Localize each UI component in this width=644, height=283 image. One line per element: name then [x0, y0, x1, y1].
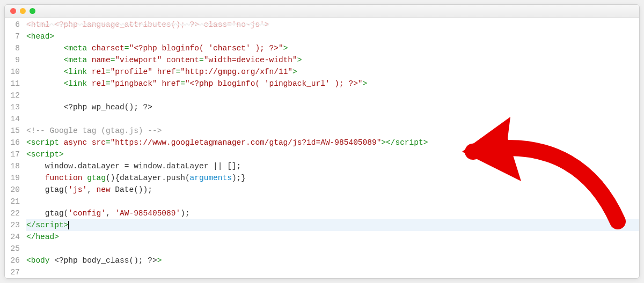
code-line[interactable]	[26, 90, 639, 101]
editor-window: 6789101112131415161718192021222324252627…	[4, 4, 640, 279]
line-number: 14	[5, 113, 20, 125]
line-number: 16	[5, 137, 20, 148]
line-number: 22	[5, 207, 20, 219]
code-line[interactable]	[26, 266, 639, 278]
window-titlebar	[5, 5, 639, 18]
code-area[interactable]: <html <?php language_attributes(); ?> cl…	[23, 18, 639, 278]
code-line[interactable]: <script async src="https://www.googletag…	[26, 137, 639, 148]
code-line[interactable]: <script>	[26, 148, 639, 160]
line-number: 15	[5, 125, 20, 137]
line-number: 19	[5, 172, 20, 184]
code-line[interactable]: gtag('config', 'AW-985405089');	[26, 207, 639, 219]
code-line[interactable]: <html <?php language_attributes(); ?> cl…	[26, 19, 639, 31]
line-number: 6	[5, 19, 20, 31]
line-number: 25	[5, 243, 20, 255]
code-line[interactable]	[26, 196, 639, 207]
line-number: 12	[5, 90, 20, 101]
line-number: 11	[5, 78, 20, 90]
code-line[interactable]: <link rel="profile" href="http://gmpg.or…	[26, 66, 639, 78]
line-number: 10	[5, 66, 20, 78]
line-number: 21	[5, 196, 20, 207]
code-line[interactable]: </script>	[26, 219, 639, 231]
code-line[interactable]: <meta name="viewport" content="width=dev…	[26, 54, 639, 66]
line-number: 8	[5, 42, 20, 54]
line-number: 20	[5, 184, 20, 196]
code-line[interactable]: <!-- Google tag (gtag.js) -->	[26, 125, 639, 137]
code-line[interactable]: <?php wp_head(); ?>	[26, 101, 639, 113]
code-line[interactable]: window.dataLayer = window.dataLayer || […	[26, 160, 639, 172]
code-line[interactable]: <head>	[26, 31, 639, 42]
line-number: 7	[5, 31, 20, 42]
close-icon[interactable]	[10, 8, 16, 14]
code-line[interactable]: <meta charset="<?php bloginfo( 'charset'…	[26, 42, 639, 54]
line-number: 18	[5, 160, 20, 172]
line-number: 9	[5, 54, 20, 66]
maximize-icon[interactable]	[30, 8, 35, 14]
line-number: 13	[5, 101, 20, 113]
line-number: 17	[5, 148, 20, 160]
code-line[interactable]: <body <?php body_class(); ?>>	[26, 255, 639, 266]
line-number-gutter: 6789101112131415161718192021222324252627	[5, 18, 23, 278]
code-line[interactable]: <link rel="pingback" href="<?php bloginf…	[26, 78, 639, 90]
code-line[interactable]: function gtag(){dataLayer.push(arguments…	[26, 172, 639, 184]
code-line[interactable]	[26, 113, 639, 125]
line-number: 27	[5, 266, 20, 278]
line-number: 24	[5, 231, 20, 243]
minimize-icon[interactable]	[20, 8, 26, 14]
code-line[interactable]	[26, 243, 639, 255]
line-number: 23	[5, 219, 20, 231]
line-number: 26	[5, 255, 20, 266]
code-editor[interactable]: 6789101112131415161718192021222324252627…	[5, 18, 639, 278]
code-line[interactable]: gtag('js', new Date());	[26, 184, 639, 196]
code-line[interactable]: </head>	[26, 231, 639, 243]
